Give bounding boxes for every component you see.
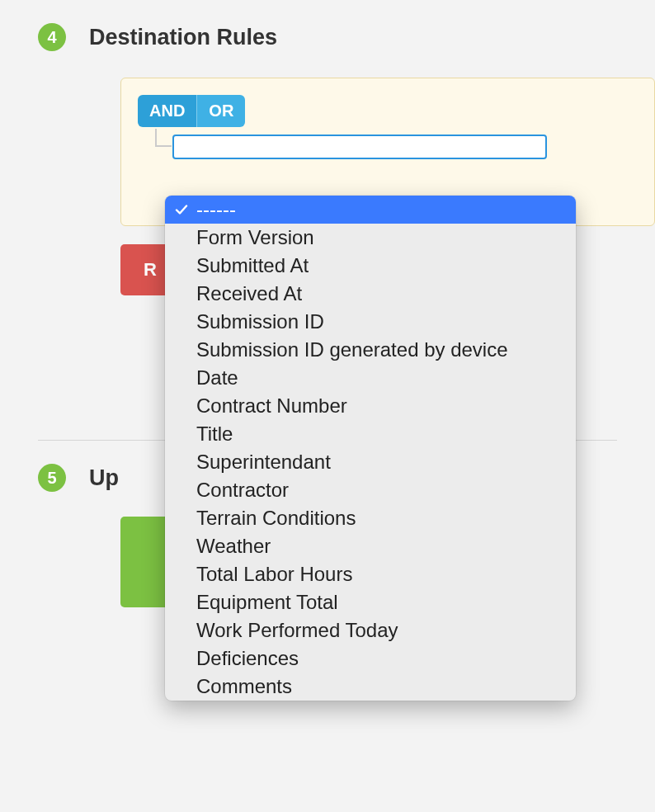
dropdown-option[interactable]: Weather — [165, 532, 576, 560]
dropdown-option[interactable]: Received At — [165, 280, 576, 308]
dropdown-option-label: Submitted At — [196, 254, 309, 277]
dropdown-option[interactable]: Date — [165, 364, 576, 392]
dropdown-option[interactable]: Submitted At — [165, 252, 576, 280]
step-badge-4: 4 — [38, 23, 66, 51]
dropdown-option[interactable]: Contractor — [165, 476, 576, 504]
logic-toggle: AND OR — [138, 95, 245, 127]
section-title: Destination Rules — [89, 25, 277, 50]
check-slot — [173, 203, 190, 216]
dropdown-option-label: Submission ID generated by device — [196, 338, 508, 361]
dropdown-option-label: Title — [196, 423, 233, 446]
dropdown-option[interactable]: Deficiences — [165, 644, 576, 673]
section-header: 4 Destination Rules — [0, 0, 655, 51]
step-number: 4 — [47, 28, 56, 47]
dropdown-option[interactable]: Submission ID — [165, 308, 576, 336]
dropdown-option-label: Work Performed Today — [196, 619, 398, 642]
dropdown-option[interactable]: Total Labor Hours — [165, 560, 576, 588]
dropdown-option-label: Superintendant — [196, 451, 331, 474]
dropdown-option-label: Contractor — [196, 479, 289, 502]
dropdown-option-label: Form Version — [196, 226, 314, 249]
dropdown-option-label: Terrain Conditions — [196, 507, 356, 530]
dropdown-option-label: Weather — [196, 535, 271, 558]
logic-and-button[interactable]: AND — [138, 95, 196, 127]
dropdown-option-label: Date — [196, 366, 238, 389]
dropdown-option-label: Total Labor Hours — [196, 563, 352, 586]
check-icon — [175, 203, 188, 216]
tree-connector — [155, 145, 172, 147]
dropdown-option-label: Contract Number — [196, 394, 347, 418]
section-title: Up — [89, 465, 119, 491]
field-dropdown[interactable]: ------Form VersionSubmitted AtReceived A… — [165, 196, 576, 701]
dropdown-option[interactable]: Comments — [165, 673, 576, 701]
dropdown-option[interactable]: Title — [165, 420, 576, 448]
step-badge-5: 5 — [38, 464, 66, 492]
dropdown-option[interactable]: Work Performed Today — [165, 616, 576, 644]
dropdown-option[interactable]: Terrain Conditions — [165, 504, 576, 532]
tree-connector — [155, 129, 157, 145]
dropdown-option-label: Received At — [196, 282, 302, 305]
dropdown-option-label: Equipment Total — [196, 591, 338, 614]
dropdown-option[interactable]: ------ — [165, 196, 576, 224]
dropdown-option[interactable]: Equipment Total — [165, 588, 576, 616]
logic-or-button[interactable]: OR — [196, 95, 245, 127]
dropdown-option[interactable]: Form Version — [165, 224, 576, 252]
dropdown-option[interactable]: Superintendant — [165, 448, 576, 476]
step-number: 5 — [47, 469, 56, 488]
dropdown-option[interactable]: Submission ID generated by device — [165, 336, 576, 364]
field-select[interactable] — [172, 135, 547, 159]
dropdown-option-label: Comments — [196, 675, 292, 698]
dropdown-option-label: Deficiences — [196, 647, 299, 670]
dropdown-option-label: ------ — [196, 198, 236, 221]
dropdown-option[interactable]: Contract Number — [165, 392, 576, 420]
dropdown-option-label: Submission ID — [196, 310, 324, 333]
